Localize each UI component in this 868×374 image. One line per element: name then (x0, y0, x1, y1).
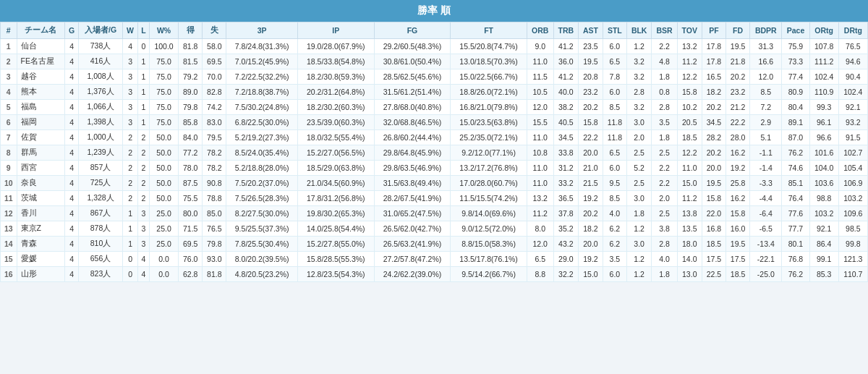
cell-r1-c23: 73.3 (782, 54, 809, 69)
cell-r1-c5: 1 (137, 54, 149, 69)
col-header-STL: STL (603, 22, 626, 39)
cell-r8-c0: 9 (1, 161, 17, 176)
cell-r12-c18: 3.8 (652, 221, 677, 237)
cell-r0-c14: 41.2 (553, 39, 579, 54)
cell-r8-c1: 西宮 (17, 161, 65, 176)
cell-r15-c0: 16 (1, 267, 17, 282)
cell-r10-c18: 2.0 (652, 191, 677, 206)
cell-r11-c13: 11.2 (527, 206, 553, 221)
cell-r10-c14: 36.5 (553, 191, 579, 206)
cell-r14-c12: 13.5/17.8(76.1%) (451, 252, 527, 267)
cell-r4-c23: 80.4 (782, 100, 809, 115)
cell-r4-c24: 99.3 (809, 100, 838, 115)
col-header-PF: PF (702, 22, 726, 39)
cell-r6-c11: 26.8/60.2(44.4%) (374, 130, 451, 145)
cell-r13-c19: 18.0 (677, 237, 702, 252)
table-row: 5福島41,066人3175.079.874.27.5/30.2(24.8%)1… (1, 100, 868, 115)
cell-r14-c14: 29.0 (553, 252, 579, 267)
cell-r12-c0: 13 (1, 221, 17, 237)
cell-r6-c22: 5.1 (750, 130, 782, 145)
cell-r3-c16: 6.0 (603, 85, 626, 100)
col-header-BDPR: BDPR (750, 22, 782, 39)
cell-r5-c7: 85.8 (179, 115, 203, 130)
cell-r12-c6: 25.0 (149, 221, 178, 237)
cell-r8-c13: 11.0 (527, 161, 553, 176)
cell-r1-c2: 4 (65, 54, 78, 69)
cell-r10-c9: 7.5/26.5(28.3%) (226, 191, 298, 206)
cell-r9-c17: 2.5 (626, 176, 652, 191)
cell-r0-c6: 100.0 (149, 39, 178, 54)
cell-r6-c9: 5.2/19.2(27.3%) (226, 130, 298, 145)
col-header-BLK: BLK (626, 22, 652, 39)
cell-r11-c19: 13.8 (677, 206, 702, 221)
cell-r8-c15: 21.0 (579, 161, 603, 176)
cell-r9-c8: 90.8 (203, 176, 226, 191)
cell-r0-c0: 1 (1, 39, 17, 54)
cell-r15-c9: 4.8/20.5(23.2%) (226, 267, 298, 282)
cell-r8-c9: 5.2/18.8(28.0%) (226, 161, 298, 176)
cell-r3-c12: 18.8/26.0(72.1%) (451, 85, 527, 100)
cell-r7-c21: 16.2 (726, 145, 750, 161)
cell-r14-c7: 76.0 (179, 252, 203, 267)
col-header-3P: 3P (226, 22, 298, 39)
cell-r9-c12: 17.0/28.0(60.7%) (451, 176, 527, 191)
cell-r11-c6: 25.0 (149, 206, 178, 221)
cell-r13-c0: 14 (1, 237, 17, 252)
cell-r1-c7: 81.5 (179, 54, 203, 69)
cell-r7-c22: -1.1 (750, 145, 782, 161)
cell-r2-c24: 102.4 (809, 69, 838, 85)
cell-r4-c15: 20.2 (579, 100, 603, 115)
cell-r13-c14: 43.2 (553, 237, 579, 252)
table-row: 10奈良4725人2250.087.590.87.5/20.2(37.0%)21… (1, 176, 868, 191)
cell-r0-c16: 6.0 (603, 39, 626, 54)
cell-r8-c22: -1.4 (750, 161, 782, 176)
table-row: 14青森4810人1325.069.579.87.8/25.5(30.4%)15… (1, 237, 868, 252)
cell-r12-c16: 6.2 (603, 221, 626, 237)
cell-r5-c10: 23.5/39.0(60.3%) (297, 115, 374, 130)
cell-r9-c21: 25.8 (726, 176, 750, 191)
cell-r3-c7: 89.0 (179, 85, 203, 100)
cell-r10-c7: 75.5 (179, 191, 203, 206)
col-header-Pace: Pace (782, 22, 809, 39)
cell-r2-c7: 79.2 (179, 69, 203, 85)
cell-r0-c20: 17.8 (702, 39, 726, 54)
cell-r8-c16: 6.0 (603, 161, 626, 176)
cell-r13-c17: 3.0 (626, 237, 652, 252)
cell-r2-c23: 77.4 (782, 69, 809, 85)
cell-r7-c9: 8.5/24.0(35.4%) (226, 145, 298, 161)
cell-r8-c6: 50.0 (149, 161, 178, 176)
cell-r0-c8: 58.0 (203, 39, 226, 54)
cell-r3-c4: 3 (123, 85, 137, 100)
cell-r7-c5: 2 (137, 145, 149, 161)
cell-r0-c9: 7.8/24.8(31.3%) (226, 39, 298, 54)
cell-r9-c1: 奈良 (17, 176, 65, 191)
cell-r6-c2: 4 (65, 130, 78, 145)
cell-r2-c0: 3 (1, 69, 17, 85)
cell-r12-c13: 8.0 (527, 221, 553, 237)
cell-r4-c13: 12.0 (527, 100, 553, 115)
cell-r2-c19: 12.2 (677, 69, 702, 85)
cell-r14-c11: 27.2/57.8(47.2%) (374, 252, 451, 267)
cell-r9-c24: 103.6 (809, 176, 838, 191)
cell-r14-c13: 6.5 (527, 252, 553, 267)
cell-r15-c16: 6.0 (603, 267, 626, 282)
cell-r10-c16: 8.5 (603, 191, 626, 206)
cell-r10-c2: 4 (65, 191, 78, 206)
cell-r12-c25: 98.5 (838, 221, 867, 237)
col-header-ORtg: ORtg (809, 22, 838, 39)
cell-r8-c24: 104.0 (809, 161, 838, 176)
cell-r1-c24: 111.2 (809, 54, 838, 69)
cell-r5-c18: 3.5 (652, 115, 677, 130)
table-row: 9西宮4857人2250.078.078.25.2/18.8(28.0%)18.… (1, 161, 868, 176)
cell-r7-c16: 6.5 (603, 145, 626, 161)
cell-r1-c3: 416人 (78, 54, 123, 69)
cell-r11-c5: 3 (137, 206, 149, 221)
cell-r12-c2: 4 (65, 221, 78, 237)
cell-r10-c5: 2 (137, 191, 149, 206)
cell-r0-c11: 29.2/60.5(48.3%) (374, 39, 451, 54)
cell-r12-c12: 9.0/12.5(72.0%) (451, 221, 527, 237)
cell-r1-c17: 3.2 (626, 54, 652, 69)
cell-r1-c20: 17.8 (702, 54, 726, 69)
cell-r13-c7: 69.5 (179, 237, 203, 252)
cell-r0-c23: 75.9 (782, 39, 809, 54)
